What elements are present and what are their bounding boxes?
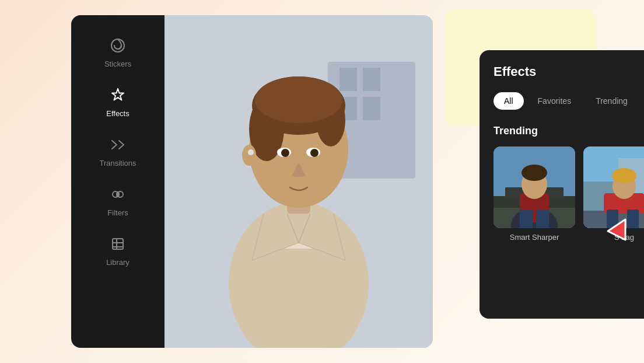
thumb-smart-sharper-img: [494, 146, 575, 228]
person-photo: [164, 15, 433, 348]
svg-point-20: [281, 149, 289, 157]
svg-rect-8: [363, 68, 380, 91]
svg-rect-4: [113, 239, 123, 249]
filters-icon: [107, 184, 128, 205]
thumb-smart-sharper-svg: [494, 146, 575, 228]
tab-favorites[interactable]: Favorites: [527, 92, 582, 110]
sidebar: Stickers Effects Tran: [71, 15, 164, 348]
svg-rect-10: [363, 97, 380, 120]
svg-rect-33: [536, 210, 549, 228]
library-icon: [107, 233, 128, 254]
effects-icon: [107, 85, 128, 106]
stickers-label: Stickers: [104, 60, 131, 68]
svg-point-17: [255, 76, 342, 123]
main-panel: Stickers Effects Tran: [71, 15, 433, 348]
svg-point-42: [612, 168, 636, 183]
tabs-row: All Favorites Trending Opening &: [494, 91, 644, 111]
cursor-arrow: [596, 214, 625, 243]
svg-rect-7: [340, 68, 357, 91]
effects-panel-title: Effects: [494, 64, 644, 79]
svg-marker-57: [608, 219, 625, 240]
transitions-icon: [107, 134, 128, 155]
sidebar-item-effects[interactable]: Effects: [71, 76, 164, 126]
sidebar-item-library[interactable]: Library: [71, 225, 164, 275]
sidebar-item-filters[interactable]: Filters: [71, 176, 164, 225]
preview-area: [164, 15, 433, 348]
svg-point-23: [248, 149, 254, 155]
svg-point-0: [111, 39, 124, 52]
sticker-icon: [107, 35, 128, 56]
effects-label: Effects: [106, 109, 130, 118]
tab-all[interactable]: All: [494, 92, 524, 110]
trending-section-label: Trending: [494, 125, 644, 137]
sidebar-item-stickers[interactable]: Stickers: [71, 27, 164, 76]
tab-trending[interactable]: Trending: [585, 92, 638, 110]
svg-point-21: [310, 149, 318, 157]
app-container: Stickers Effects Tran: [71, 15, 573, 348]
svg-point-31: [522, 165, 547, 181]
effects-panel: Effects All Favorites Trending Opening &…: [480, 50, 644, 319]
filters-label: Filters: [107, 208, 128, 217]
preview-image: [164, 15, 433, 348]
svg-point-22: [242, 145, 256, 166]
library-label: Library: [106, 258, 130, 267]
svg-rect-32: [520, 210, 533, 228]
smart-sharper-label: Smart Sharper: [510, 233, 559, 242]
sidebar-item-transitions[interactable]: Transitions: [71, 126, 164, 176]
tab-opening[interactable]: Opening &: [642, 92, 644, 110]
transitions-label: Transitions: [99, 159, 136, 167]
thumbnail-smart-sharper[interactable]: Smart Sharper: [494, 146, 575, 242]
